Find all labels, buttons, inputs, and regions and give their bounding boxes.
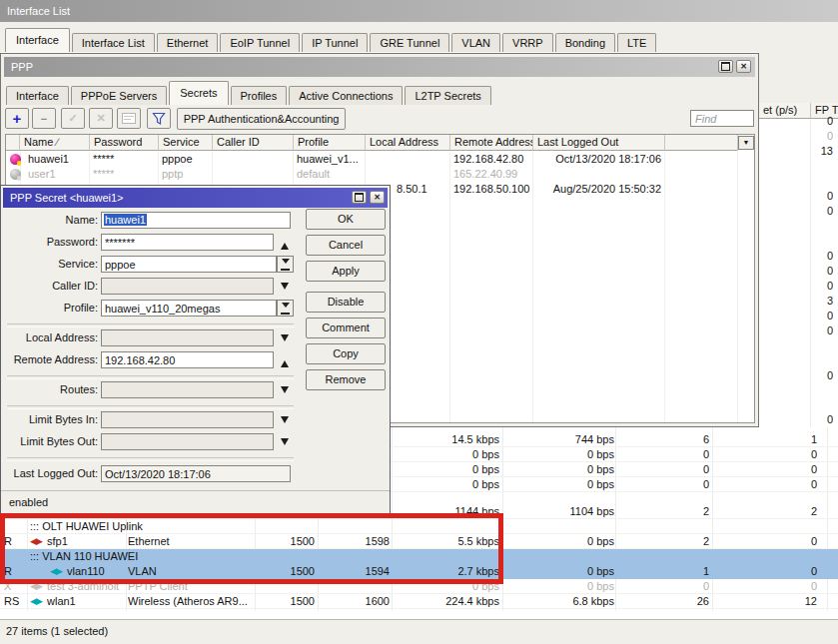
maximize-icon[interactable] (718, 60, 733, 73)
service-field[interactable] (101, 256, 277, 273)
col-local-address[interactable]: Local Address (366, 135, 450, 151)
il-tab-ip-tunnel[interactable]: IP Tunnel (302, 33, 368, 52)
ppp-tab-active-connections[interactable]: Active Connections (289, 86, 403, 105)
ppp-tab-l2tp-secrets[interactable]: L2TP Secrets (405, 86, 490, 105)
disable-button[interactable]: Disable (306, 292, 386, 313)
cell-tx: 0 bps (395, 477, 499, 492)
local-address-down-arrow-icon[interactable] (281, 334, 289, 345)
check-icon: ✓ (68, 112, 77, 125)
remove-button[interactable]: − (32, 108, 56, 129)
profile-dropdown-button[interactable] (277, 300, 294, 317)
ppp-secret-icon (10, 154, 21, 165)
maximize-icon[interactable] (352, 191, 367, 204)
cell-tx-packet: 0 (629, 579, 709, 594)
col-password[interactable]: Password (90, 135, 159, 151)
col-last-logged-out[interactable]: Last Logged Out (533, 135, 665, 151)
ppp-aaa-button-label: PPP Authentication&Accounting (184, 113, 340, 125)
password-field[interactable] (101, 234, 274, 251)
close-icon[interactable]: ✕ (736, 60, 751, 73)
filter-button[interactable] (147, 108, 171, 129)
il-bg-value: 0 (759, 204, 833, 219)
ppp-title: PPP (11, 57, 33, 77)
cell-rx: 0 bps (509, 447, 614, 462)
ppp-tab-interface[interactable]: Interface (6, 86, 69, 105)
table-row-wlan1[interactable]: RS ◀▶ wlan1 Wireless (Atheros AR9... 150… (0, 594, 838, 609)
status-text: 27 items (1 selected) (6, 625, 108, 637)
comment-button[interactable] (117, 108, 141, 129)
remote-address-field[interactable] (101, 351, 274, 368)
remove-button[interactable]: Remove (306, 369, 386, 390)
close-icon[interactable]: ✕ (370, 191, 385, 204)
il-bg-value: 0 (759, 323, 833, 338)
ppp-titlebar[interactable]: PPP ✕ (4, 57, 755, 77)
cell-rx-packet: 0 (737, 564, 817, 579)
limit-bytes-in-field[interactable] (101, 411, 274, 428)
caller-id-down-arrow-icon[interactable] (281, 283, 289, 294)
column-chooser-dropdown[interactable]: ▼ (738, 136, 754, 150)
cell-rx: 6.8 kbps (509, 594, 614, 609)
remote-address-up-arrow-icon[interactable] (281, 356, 289, 367)
x-icon: ✕ (96, 112, 105, 125)
enable-button[interactable]: ✓ (61, 108, 85, 129)
comment-button[interactable]: Comment (306, 318, 386, 338)
il-tab-interface[interactable]: Interface (5, 28, 70, 52)
routes-field[interactable] (101, 381, 274, 398)
separator (7, 457, 294, 461)
add-button[interactable]: + (5, 108, 29, 129)
label-name: Name: (1, 214, 98, 227)
profile-field[interactable] (101, 300, 277, 317)
password-reveal-up-arrow-icon[interactable] (281, 239, 289, 250)
name-field[interactable]: huawei1 (101, 212, 291, 229)
il-tab-eoip-tunnel[interactable]: EoIP Tunnel (220, 33, 300, 52)
cell-password: ***** (93, 152, 153, 167)
il-bg-value: 0 (759, 309, 833, 323)
ok-button[interactable]: OK (306, 209, 386, 230)
interface-list-titlebar[interactable]: Interface List (0, 0, 838, 22)
col-caller-id[interactable]: Caller ID (213, 135, 294, 151)
disable-button[interactable]: ✕ (89, 108, 113, 129)
il-tab-bonding[interactable]: Bonding (555, 33, 615, 52)
cell-name: user1 (28, 167, 88, 182)
il-tab-vlan[interactable]: VLAN (451, 33, 500, 52)
limit-bytes-out-down-arrow-icon[interactable] (281, 438, 289, 449)
cell-rx: 0 bps (509, 477, 614, 492)
il-bg-value: 0 (759, 279, 833, 294)
label-service: Service: (1, 258, 98, 271)
cell-name: huawei1 (28, 152, 88, 167)
cell-profile: huawei_v1... (297, 152, 363, 167)
il-tab-lte[interactable]: LTE (617, 33, 656, 52)
il-tab-vrrp[interactable]: VRRP (502, 33, 553, 52)
cell-last-logged-out: Oct/13/2020 18:17:06 (533, 152, 661, 167)
funnel-icon (152, 112, 166, 126)
label-routes: Routes: (1, 383, 98, 396)
il-tab-interface-list[interactable]: Interface List (72, 33, 155, 52)
col-flags[interactable] (6, 135, 20, 151)
secret-row-huawei1[interactable]: huawei1 ***** pppoe huawei_v1... 192.168… (6, 152, 754, 167)
ppp-tab-profiles[interactable]: Profiles (231, 86, 288, 105)
col-remote-address[interactable]: Remote Address (450, 135, 533, 151)
ppp-tab-pppoe-servers[interactable]: PPPoE Servers (71, 86, 167, 105)
col-name[interactable]: Name ∕ (20, 135, 90, 151)
apply-button[interactable]: Apply (306, 261, 386, 282)
il-tab-ethernet[interactable]: Ethernet (157, 33, 219, 52)
routes-down-arrow-icon[interactable] (281, 386, 289, 397)
limit-bytes-in-down-arrow-icon[interactable] (281, 416, 289, 427)
limit-bytes-out-field[interactable] (101, 433, 274, 450)
caller-id-field[interactable] (101, 278, 274, 295)
cell-actual-mtu: 1500 (257, 594, 315, 609)
find-input[interactable] (690, 110, 754, 127)
il-bg-value: 0 (759, 412, 833, 427)
cancel-button[interactable]: Cancel (306, 235, 386, 256)
service-dropdown-button[interactable] (277, 256, 294, 273)
cell-tx-packet: 2 (629, 504, 709, 519)
il-tab-gre-tunnel[interactable]: GRE Tunnel (370, 33, 449, 52)
local-address-field[interactable] (101, 329, 274, 346)
ppp-aaa-button[interactable]: PPP Authentication&Accounting (177, 108, 346, 130)
col-service[interactable]: Service (159, 135, 213, 151)
dialog-titlebar[interactable]: PPP Secret <huawei1> ✕ (3, 188, 388, 208)
secret-row-user1[interactable]: user1 ***** pptp default 165.22.40.99 (6, 167, 754, 182)
ppp-tab-secrets[interactable]: Secrets (169, 81, 228, 105)
copy-button[interactable]: Copy (306, 343, 386, 364)
name-field-value: huawei1 (104, 214, 147, 226)
col-profile[interactable]: Profile (294, 135, 366, 151)
